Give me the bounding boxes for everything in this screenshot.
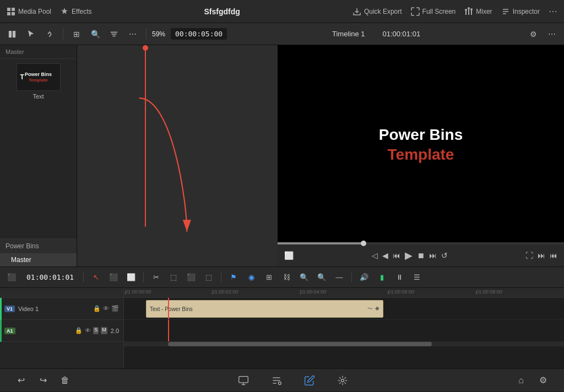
timeline-scrollbar[interactable] [124,342,564,346]
effects-btn[interactable]: Effects [60,7,91,16]
v1-badge: V1 [4,306,15,312]
tl-more-btn[interactable]: ☰ [410,270,424,285]
current-timecode: 00:00:05:00 [171,28,227,40]
trim-tool[interactable]: ⬚ [166,270,181,285]
master-label: Master [0,45,77,59]
more-btn[interactable]: ⋯ [549,6,557,17]
media-pool-btn[interactable]: Media Pool [7,7,51,16]
marker-btn[interactable]: ◉ [244,270,258,285]
grid-view-btn[interactable]: ⊞ [69,26,84,42]
sort-btn[interactable] [106,26,122,42]
svg-point-7 [465,9,467,11]
timeline-monitor-btn[interactable]: ⬛ [4,270,19,285]
svg-point-9 [470,8,473,10]
cut-page-btn[interactable] [269,373,284,388]
fusion-btn[interactable] [335,373,350,388]
ruler-mark-2: 01:00:04:00 [300,289,327,295]
v1-eye-icon[interactable]: 👁 [103,305,109,312]
prev-frame-btn[interactable]: ◁ [372,251,378,260]
inspector-btn[interactable]: Inspector [501,7,540,16]
zoom-in-btn[interactable]: 🔍 [314,270,329,285]
audio-btn[interactable]: 🔊 [357,270,371,285]
minus-btn[interactable]: — [332,270,346,285]
clip-label: Text - Power Bins [150,306,193,312]
preview-progress-bar[interactable] [278,242,564,244]
v1-green-indicator [0,298,2,320]
skip-back-btn[interactable]: ⏮ [393,251,400,260]
ctrl-group-right: ⛶ ⏭ ⏮ [525,251,557,260]
pause-btn[interactable]: ⏸ [392,270,406,285]
svg-rect-11 [13,30,15,37]
top-bar-right: Quick Export Full Screen Mixer Inspector… [352,6,557,17]
flag-btn[interactable]: ⚑ [226,270,241,285]
a1-m-icon[interactable]: M [101,327,107,334]
ruler-marks: 01:00:00:00 01:00:02:00 01:00:04:00 01:0… [124,288,564,297]
audio-lvl-btn[interactable]: ▮ [375,270,389,285]
retime-tool[interactable]: ⬚ [202,270,216,285]
preview-subtitle: Template [379,146,463,164]
workspace-btn[interactable] [236,373,251,388]
a1-s-icon[interactable]: S [93,327,99,334]
timeline-toolbar: ⬛ 01:00:01:01 ↖ ⬛ ⬜ ✂ ⬚ ⬛ ⬚ ⚑ ◉ ⊞ ⛓ 🔍 🔍 … [0,267,564,288]
pointer-tool[interactable]: ↖ [89,270,103,285]
more-right-btn[interactable]: ⋯ [544,26,560,42]
preview-panel: Power Bins Template ⬜ ◁ ◀ ⏮ ▶ ⏹ ⏭ ↺ [278,45,564,266]
prev-clip-btn[interactable]: ⏮ [550,251,557,260]
settings-wheel-btn[interactable]: ⚙ [525,26,541,42]
snapping-btn[interactable]: ⊞ [262,270,276,285]
bottom-center-btns [236,373,350,388]
skip-fwd-btn[interactable]: ⏭ [429,251,437,260]
tl-sep-1 [83,273,84,282]
loop-btn[interactable]: ↺ [441,251,448,260]
tl-sep-4 [351,273,352,282]
cut-tool[interactable]: ✂ [149,270,163,285]
full-screen-btn[interactable]: Full Screen [411,7,456,16]
settings-btn[interactable]: ⚙ [535,373,551,388]
zoom-out-btn[interactable]: 🔍 [297,270,311,285]
a1-badge: A1 [4,328,15,334]
undo-btn[interactable]: ↩ [13,373,29,388]
scrollbar-thumb[interactable] [168,342,432,346]
media-item-text[interactable]: Power Bins Template T Text [0,59,77,104]
delete-btn[interactable]: 🗑 [57,373,73,388]
quick-export-btn[interactable]: Quick Export [352,7,402,16]
next-clip-btn[interactable]: ⏭ [538,251,545,260]
overwrite-btn[interactable]: ⬜ [124,270,138,285]
a1-lock-icon[interactable]: 🔒 [75,327,83,334]
link-sel-btn[interactable]: ⛓ [279,270,294,285]
stop-btn[interactable]: ⏹ [417,251,425,260]
ruler-mark-0: 01:00:00:00 [125,289,151,295]
top-bar: Media Pool Effects Sfsfgdfdg Quick Expor… [0,0,564,23]
ctrl-group-center: ◁ ◀ ⏮ ▶ ⏹ ⏭ ↺ [372,249,448,262]
play-btn[interactable]: ▶ [405,249,413,262]
project-title: Sfsfgdfdg [204,7,240,16]
link-tool-btn[interactable] [42,26,57,42]
mixer-btn[interactable]: Mixer [464,7,492,16]
select-tool-btn[interactable] [23,26,39,42]
thumb-title: Power Bins [25,72,52,78]
a1-eye-icon[interactable]: 👁 [85,327,91,334]
redo-btn[interactable]: ↪ [35,373,51,388]
ruler-mark-3: 01:00:06:00 [388,289,414,295]
insert-btn[interactable]: ⬛ [106,270,121,285]
timeline-label-center: Timeline 1 01:00:01:01 [230,30,522,38]
slip-tool[interactable]: ⬛ [184,270,198,285]
bin-section: Power Bins Master [0,238,77,266]
timeline-content: V1 Video 1 🔒 👁 🎬 A1 🔒 👁 S M 2.0 [0,288,564,368]
more-options-btn[interactable]: ⋯ [125,26,140,42]
svg-rect-13 [239,376,248,383]
crop-btn[interactable]: ⬜ [284,251,294,260]
text-clip[interactable]: Text - Power Bins 〜 ◆ [146,300,383,318]
home-btn[interactable]: ⌂ [513,373,529,388]
search-btn[interactable]: 🔍 [88,26,103,42]
v1-track-label: V1 Video 1 🔒 👁 🎬 [0,298,123,320]
a1-volume: 2.0 [111,328,119,334]
thumb-subtitle: Template [25,78,52,83]
v1-film-icon[interactable]: 🎬 [111,305,119,312]
bin-item-master[interactable]: Master [0,253,77,266]
edit-page-btn[interactable] [302,373,317,388]
step-back-btn[interactable]: ◀ [382,251,388,260]
view-toggle-btn[interactable] [4,26,20,42]
v1-lock-icon[interactable]: 🔒 [93,305,101,312]
fullscreen-preview-btn[interactable]: ⛶ [525,251,533,260]
